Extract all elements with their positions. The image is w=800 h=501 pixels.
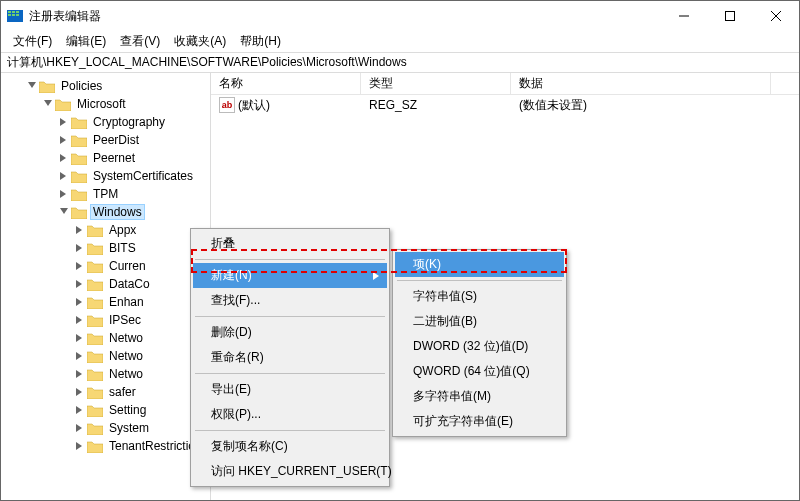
folder-icon: [87, 440, 103, 453]
submenu-item-expandstring[interactable]: 可扩充字符串值(E): [395, 409, 564, 434]
menu-item-collapse[interactable]: 折叠: [193, 231, 387, 256]
submenu-item-qword[interactable]: QWORD (64 位)值(Q): [395, 359, 564, 384]
value-data: (数值未设置): [511, 96, 595, 115]
menu-item-find[interactable]: 查找(F)...: [193, 288, 387, 313]
tree-toggle-icon[interactable]: [73, 367, 87, 381]
titlebar: 注册表编辑器: [1, 1, 799, 31]
menu-separator: [195, 430, 385, 431]
folder-icon: [87, 332, 103, 345]
tree-toggle-icon[interactable]: [57, 205, 71, 219]
menu-favorites[interactable]: 收藏夹(A): [168, 31, 232, 52]
tree-item[interactable]: Appx: [1, 221, 210, 239]
menu-edit[interactable]: 编辑(E): [60, 31, 112, 52]
menu-file[interactable]: 文件(F): [7, 31, 58, 52]
tree-item[interactable]: Curren: [1, 257, 210, 275]
menu-separator: [195, 259, 385, 260]
close-button[interactable]: [753, 1, 799, 31]
list-header: 名称 类型 数据: [211, 73, 799, 95]
tree-toggle-icon[interactable]: [73, 403, 87, 417]
maximize-button[interactable]: [707, 1, 753, 31]
svg-rect-3: [16, 11, 19, 13]
registry-editor-window: 注册表编辑器 文件(F) 编辑(E) 查看(V) 收藏夹(A) 帮助(H) 计算…: [0, 0, 800, 501]
tree-toggle-icon[interactable]: [73, 439, 87, 453]
folder-icon: [71, 188, 87, 201]
tree-item[interactable]: SystemCertificates: [1, 167, 210, 185]
tree-item-label: Policies: [58, 78, 105, 94]
tree-toggle-icon[interactable]: [73, 241, 87, 255]
tree-item-label: Microsoft: [74, 96, 129, 112]
tree-item[interactable]: Netwo: [1, 329, 210, 347]
submenu-item-string[interactable]: 字符串值(S): [395, 284, 564, 309]
tree-item[interactable]: Netwo: [1, 347, 210, 365]
folder-icon: [71, 116, 87, 129]
tree-toggle-icon[interactable]: [73, 385, 87, 399]
menu-separator: [195, 373, 385, 374]
tree-toggle-icon[interactable]: [73, 259, 87, 273]
tree-toggle-icon[interactable]: [73, 331, 87, 345]
folder-icon: [71, 134, 87, 147]
tree-item-label: Appx: [106, 222, 139, 238]
menu-help[interactable]: 帮助(H): [234, 31, 287, 52]
tree-item[interactable]: Windows: [1, 203, 210, 221]
tree-item[interactable]: safer: [1, 383, 210, 401]
tree-toggle-icon[interactable]: [25, 79, 39, 93]
tree-toggle-icon[interactable]: [57, 133, 71, 147]
svg-rect-4: [8, 14, 11, 16]
tree-item[interactable]: TenantRestriction: [1, 437, 210, 455]
tree-toggle-icon[interactable]: [73, 421, 87, 435]
submenu-item-binary[interactable]: 二进制值(B): [395, 309, 564, 334]
menu-view[interactable]: 查看(V): [114, 31, 166, 52]
tree-toggle-icon[interactable]: [73, 313, 87, 327]
value-type: REG_SZ: [361, 97, 511, 113]
col-name[interactable]: 名称: [211, 73, 361, 94]
folder-icon: [71, 152, 87, 165]
tree-toggle-icon[interactable]: [57, 169, 71, 183]
tree-toggle-icon[interactable]: [57, 151, 71, 165]
minimize-button[interactable]: [661, 1, 707, 31]
tree-item-label: SystemCertificates: [90, 168, 196, 184]
tree-toggle-icon[interactable]: [41, 97, 55, 111]
col-type[interactable]: 类型: [361, 73, 511, 94]
tree-item[interactable]: Peernet: [1, 149, 210, 167]
tree-item-label: Curren: [106, 258, 149, 274]
tree-toggle-icon[interactable]: [57, 187, 71, 201]
tree-item-label: DataCo: [106, 276, 153, 292]
list-row[interactable]: ab(默认)REG_SZ(数值未设置): [211, 95, 799, 115]
tree-toggle-icon[interactable]: [73, 295, 87, 309]
submenu-item-multistring[interactable]: 多字符串值(M): [395, 384, 564, 409]
tree-item[interactable]: Microsoft: [1, 95, 210, 113]
window-title: 注册表编辑器: [29, 8, 661, 25]
tree-item[interactable]: Enhan: [1, 293, 210, 311]
tree-toggle-icon[interactable]: [73, 277, 87, 291]
col-data[interactable]: 数据: [511, 73, 771, 94]
submenu-item-key[interactable]: 项(K): [395, 252, 564, 277]
menu-item-new-label: 新建(N): [211, 268, 252, 282]
tree-item[interactable]: BITS: [1, 239, 210, 257]
menu-item-rename[interactable]: 重命名(R): [193, 345, 387, 370]
tree-item[interactable]: System: [1, 419, 210, 437]
menu-item-goto-hkcu[interactable]: 访问 HKEY_CURRENT_USER(T): [193, 459, 387, 484]
tree-item[interactable]: Cryptography: [1, 113, 210, 131]
tree-item-label: Peernet: [90, 150, 138, 166]
menu-item-permissions[interactable]: 权限(P)...: [193, 402, 387, 427]
submenu-item-dword[interactable]: DWORD (32 位)值(D): [395, 334, 564, 359]
address-bar[interactable]: 计算机\HKEY_LOCAL_MACHINE\SOFTWARE\Policies…: [1, 53, 799, 73]
folder-icon: [71, 206, 87, 219]
menu-item-export[interactable]: 导出(E): [193, 377, 387, 402]
tree-toggle-icon[interactable]: [57, 115, 71, 129]
svg-rect-6: [16, 14, 19, 16]
address-text: 计算机\HKEY_LOCAL_MACHINE\SOFTWARE\Policies…: [7, 54, 407, 71]
tree-item[interactable]: Netwo: [1, 365, 210, 383]
tree-panel[interactable]: PoliciesMicrosoftCryptographyPeerDistPee…: [1, 73, 211, 500]
tree-toggle-icon[interactable]: [73, 349, 87, 363]
tree-toggle-icon[interactable]: [73, 223, 87, 237]
tree-item[interactable]: IPSec: [1, 311, 210, 329]
tree-item[interactable]: Setting: [1, 401, 210, 419]
menu-item-new[interactable]: 新建(N): [193, 263, 387, 288]
menu-item-copy-keyname[interactable]: 复制项名称(C): [193, 434, 387, 459]
tree-item[interactable]: TPM: [1, 185, 210, 203]
tree-item[interactable]: PeerDist: [1, 131, 210, 149]
tree-item[interactable]: DataCo: [1, 275, 210, 293]
menu-item-delete[interactable]: 删除(D): [193, 320, 387, 345]
tree-item[interactable]: Policies: [1, 77, 210, 95]
